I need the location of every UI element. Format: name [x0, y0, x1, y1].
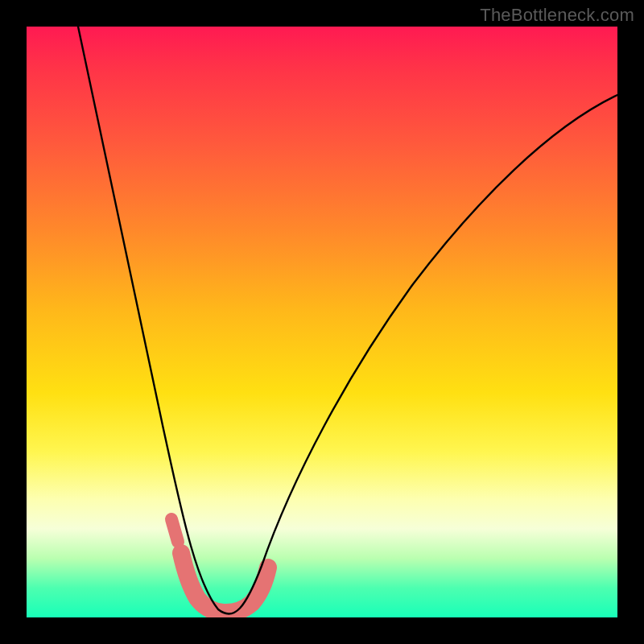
sweet-spot-dash-left — [171, 519, 178, 542]
plot-area — [27, 27, 617, 617]
watermark-text: TheBottleneck.com — [480, 5, 634, 26]
chart-frame: TheBottleneck.com — [0, 0, 644, 644]
bottleneck-curve — [78, 27, 617, 614]
plot-svg — [27, 27, 617, 617]
